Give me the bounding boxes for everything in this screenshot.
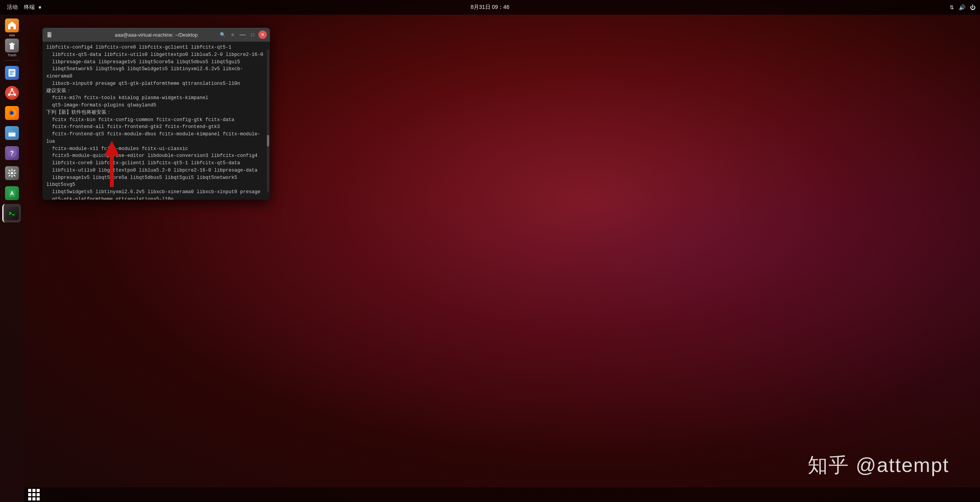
arrow-shaft <box>110 145 114 187</box>
terminal-icon <box>5 206 19 220</box>
svg-point-10 <box>14 94 16 96</box>
terminal-content: libfcitx-config4 libfcitx-core0 libfcitx… <box>46 44 266 200</box>
svg-point-16 <box>11 172 13 174</box>
thunar-icon <box>5 126 19 140</box>
terminal-controls: 🔍 ≡ — □ ✕ <box>218 30 267 39</box>
terminal-scrollbar-thumb <box>267 135 269 147</box>
dock-item-firefox[interactable] <box>3 104 21 122</box>
terminal-window: aaa@aaa-virtual-machine: ~/Desktop 🔍 ≡ —… <box>42 28 270 200</box>
datetime-display: 8月31日 09：46 <box>471 4 509 11</box>
terminal-body: libfcitx-config4 libfcitx-core0 libfcitx… <box>42 42 270 200</box>
svg-rect-19 <box>8 210 16 217</box>
svg-rect-0 <box>10 45 14 49</box>
firefox-icon <box>5 106 19 120</box>
power-icon[interactable]: ⏻ <box>970 4 975 10</box>
svg-rect-20 <box>12 214 15 215</box>
dock-item-thunar[interactable] <box>3 124 21 142</box>
libreoffice-icon: A <box>5 186 19 200</box>
terminal-scrollbar[interactable] <box>267 49 269 192</box>
dock-item-help[interactable]: ? <box>3 144 21 162</box>
svg-point-9 <box>11 88 13 91</box>
bottom-taskbar <box>24 487 980 502</box>
help-icon: ? <box>5 146 19 160</box>
dock-item-settings[interactable] <box>3 164 21 182</box>
svg-point-11 <box>8 94 10 96</box>
watermark: 知乎 @attempt <box>808 452 949 479</box>
dock-item-terminal[interactable] <box>2 204 21 222</box>
terminal-titlebar: aaa@aaa-virtual-machine: ~/Desktop 🔍 ≡ —… <box>42 28 270 42</box>
application-dock: aaa Trash <box>0 15 24 502</box>
svg-rect-5 <box>10 72 13 73</box>
terminal-title: aaa@aaa-virtual-machine: ~/Desktop <box>115 32 197 38</box>
dock-item-trash[interactable]: Trash <box>3 39 21 57</box>
terminal-search-button[interactable]: 🔍 <box>218 30 227 39</box>
terminal-file-icon <box>46 30 54 39</box>
terminal-minimize-button[interactable]: — <box>238 30 247 39</box>
show-apps-button[interactable] <box>27 488 41 502</box>
terminal-menu-button[interactable]: ≡ <box>228 30 237 39</box>
volume-icon[interactable]: 🔊 <box>959 4 965 10</box>
ubuntu-software-icon <box>5 86 19 100</box>
svg-rect-6 <box>10 74 13 75</box>
dock-item-files[interactable] <box>3 64 21 82</box>
terminal-close-button[interactable]: ✕ <box>258 30 267 39</box>
activities-button[interactable]: 活动 <box>5 3 20 12</box>
terminal-menu-arrow: ▾ <box>39 4 41 10</box>
svg-text:?: ? <box>10 150 14 157</box>
svg-rect-21 <box>47 32 51 37</box>
terminal-menu-label[interactable]: 终端 <box>24 4 35 11</box>
dock-separator-1 <box>4 60 20 61</box>
home-folder-icon <box>5 19 19 32</box>
dock-item-ubuntu-software[interactable] <box>3 84 21 102</box>
files-icon <box>5 66 19 80</box>
apps-grid-icon <box>28 489 40 500</box>
svg-text:A: A <box>10 190 14 196</box>
terminal-maximize-button[interactable]: □ <box>248 30 257 39</box>
network-icon[interactable]: ⇅ <box>950 4 954 10</box>
dock-trash-label: Trash <box>8 53 17 57</box>
dock-home-label: aaa <box>9 33 15 37</box>
settings-icon <box>5 166 19 180</box>
trash-icon <box>5 39 19 52</box>
svg-rect-2 <box>11 43 13 44</box>
svg-rect-1 <box>9 44 15 45</box>
dock-item-home[interactable]: aaa <box>3 19 21 37</box>
svg-rect-4 <box>10 71 14 72</box>
dock-item-libreoffice[interactable]: A <box>3 184 21 202</box>
topbar: 活动 终端 ▾ 8月31日 09：46 ⇅ 🔊 ⏻ <box>0 0 980 15</box>
